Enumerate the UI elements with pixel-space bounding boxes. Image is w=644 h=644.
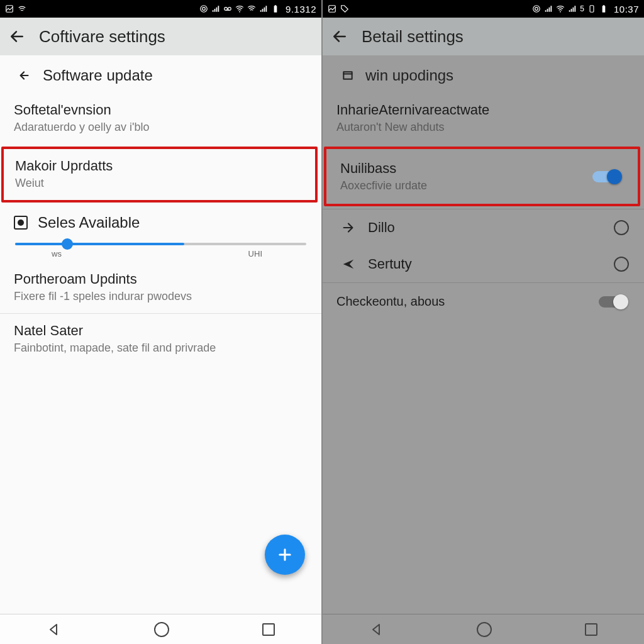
svg-rect-8 [275,5,276,6]
item-software-version[interactable]: Softetal'evnsion Adaratuerdo y oelly av … [0,93,321,144]
option-dillo[interactable]: Dillo [323,209,644,246]
nav-back-icon[interactable] [47,622,62,637]
option-label: Sertuty [368,256,601,272]
image-icon [5,4,14,13]
subheader-win-upodings[interactable]: win upodings [323,55,644,93]
window-icon [341,69,354,82]
subheader-title: Software update [43,67,153,84]
svg-point-10 [533,6,540,13]
item-title: Natel Sater [14,323,310,339]
svg-point-3 [225,8,228,11]
item-subtitle: Weiut [15,177,306,190]
item-inharie[interactable]: InharieAternivareactwate Autaron't New a… [323,93,644,144]
battery-icon [599,4,608,13]
navigation-bar [323,614,644,644]
plus-icon [276,546,294,564]
nav-home-icon[interactable] [154,622,169,637]
target-icon [199,4,208,13]
toggle-nuilibass[interactable] [592,171,620,182]
slider-tick-labels: ws UHI [14,249,308,258]
item-checkeontu[interactable]: Checkeontu, abous [323,283,644,320]
content-area: win upodings InharieAternivareactwate Au… [323,55,644,614]
item-subtitle: Fixere fil -1 speles indurar pwodevs [14,290,310,303]
toggle-checkeontu[interactable] [599,296,626,308]
svg-rect-16 [343,72,352,79]
item-title: Nuilibass [340,160,592,177]
slider-track[interactable] [15,243,306,245]
subheader-software-update[interactable]: Software update [0,55,321,93]
item-subtitle: Aoxecfivie urdate [340,179,592,192]
option-sertuty[interactable]: Sertuty [323,246,644,282]
signal-icon [544,4,553,13]
content-area: Software update Softetal'evnsion Adaratu… [0,55,321,614]
radio-sertuty[interactable] [614,257,629,272]
slider-tick-low: ws [52,249,62,258]
option-label: Dillo [368,219,601,236]
signal-icon [211,4,220,13]
item-title: Portheroam Updints [14,271,310,287]
item-subtitle: Fainbotint, mapade, sate fil and privrad… [14,341,310,355]
appbar-title: Coftivare settings [39,27,165,47]
app-bar: Coftivare settings [0,18,321,55]
svg-rect-15 [603,5,604,6]
svg-point-1 [201,6,208,13]
nav-home-icon[interactable] [477,622,492,637]
wifi-icon [235,4,244,13]
wifi-icon [556,4,565,13]
signal-icon-2 [568,4,577,13]
item-highlighted-updates[interactable]: Makoir Uprdatts Weiut [1,147,318,203]
radio-dillo[interactable] [614,220,629,235]
svg-point-12 [560,11,561,13]
item-portheroam[interactable]: Portheroam Updints Fixere fil -1 speles … [0,262,321,313]
svg-rect-9 [329,6,336,13]
svg-rect-7 [274,6,277,12]
network-label-5: 5 [580,4,584,13]
app-bar: Betail settings [323,18,644,55]
status-clock: 10:37 [614,4,639,14]
svg-point-6 [239,11,240,13]
voicemail-icon [223,4,232,13]
item-title: Makoir Uprdatts [15,158,306,174]
svg-rect-14 [602,6,606,12]
svg-rect-0 [6,6,13,13]
status-bar: 5 10:37 [323,0,644,18]
back-small-icon [18,69,31,82]
back-icon[interactable] [9,28,25,45]
battery-icon [271,4,280,13]
status-clock: 9.1312 [286,4,316,14]
item-highlighted-nuilibass[interactable]: Nuilibass Aoxecfivie urdate [324,147,640,206]
subheader-title: win upodings [365,67,453,84]
target-icon [532,4,541,13]
nav-recent-icon[interactable] [262,623,275,636]
nav-recent-icon[interactable] [585,623,597,636]
image-icon [328,4,336,13]
navigation-bar [0,614,321,644]
svg-point-11 [535,8,538,11]
slider-tick-high: UHI [248,249,262,258]
svg-point-2 [203,8,206,11]
item-natel-sater[interactable]: Natel Sater Fainbotint, mapade, sate fil… [0,314,321,365]
appbar-title: Betail settings [362,27,464,47]
wifi-small-icon [18,4,26,13]
item-title: InharieAternivareactwate [336,102,633,118]
status-bar: 9.1312 [0,0,321,18]
sim-icon [587,4,596,13]
send-icon [341,257,355,271]
item-subtitle: Autaron't New ahduts [336,121,633,134]
item-title: Checkeontu, abous [336,294,599,309]
left-screen: 9.1312 Coftivare settings Software updat… [0,0,321,644]
tag-icon [340,4,349,13]
slider-label: Seles Available [38,214,140,231]
item-subtitle: Adaratuerdo y oelly av i'blo [14,121,310,134]
camera-square-icon[interactable] [14,216,28,230]
fab-add-button[interactable] [265,535,305,575]
signal-icon-2 [259,4,268,13]
slider-thumb[interactable] [62,238,73,250]
right-screen: 5 10:37 Betail settings win upodings Inh… [321,0,644,644]
wifi-icon-2 [247,4,256,13]
arrow-right-icon [341,221,355,235]
item-slider-available: Seles Available ws UHI [0,205,321,262]
back-icon[interactable] [331,28,348,45]
svg-point-4 [228,8,231,11]
nav-back-icon[interactable] [369,622,384,637]
